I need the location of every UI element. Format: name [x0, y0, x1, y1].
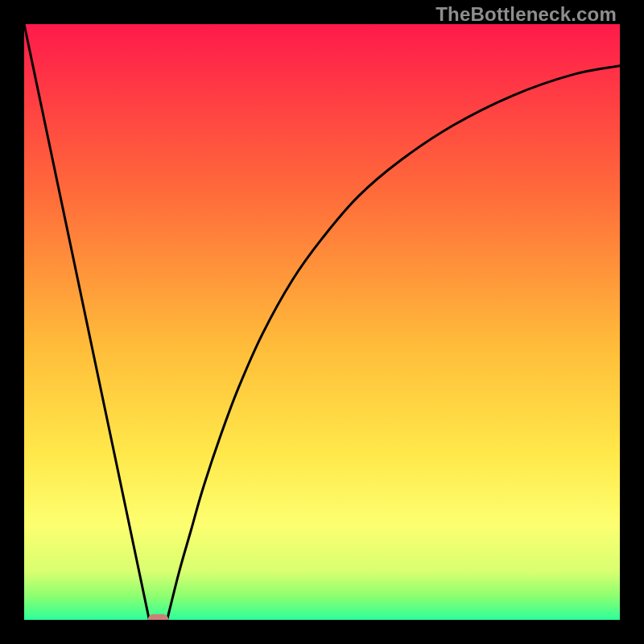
chart-svg	[24, 24, 620, 620]
optimal-marker	[148, 614, 169, 620]
gradient-background	[24, 24, 620, 620]
watermark-label: TheBottleneck.com	[436, 3, 617, 26]
marker-layer	[148, 614, 169, 620]
chart-frame	[24, 24, 620, 620]
